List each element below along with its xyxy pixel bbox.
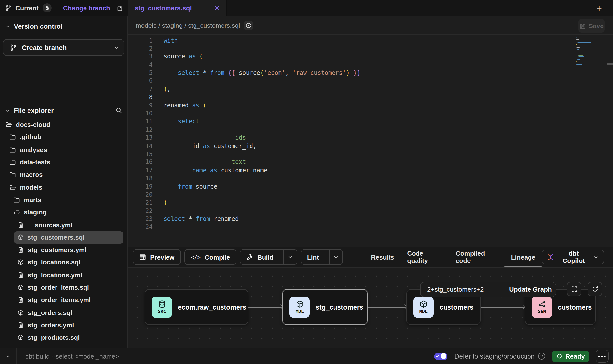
file-item-analyses[interactable]: analyses [0,143,125,156]
lineage-node-ecom.raw_customers[interactable]: SRCecom.raw_customers [145,289,248,325]
code-line-8 [164,93,361,101]
file-label: stg_orders.sql [28,309,72,316]
chevron-down-icon[interactable] [283,250,297,264]
file-label: stg_products.sql [28,334,80,341]
save-button[interactable]: Save [578,19,605,33]
panel-tab-code-quality[interactable]: Code quality [401,247,449,267]
src-badge: SRC [152,296,172,318]
create-branch-button[interactable]: Create branch [3,39,124,56]
cube-icon [419,300,427,308]
file-label: stg_customers.sql [28,234,84,241]
help-icon[interactable]: ? [538,353,545,360]
table-icon [139,254,146,260]
folder-open-icon [5,121,12,128]
update-graph-button[interactable]: Update Graph [505,282,556,297]
fullscreen-icon [571,286,578,292]
code-line-13: ---------- ids [164,134,361,142]
code-line-23: select * from renamed [164,215,361,223]
panel-tab-compiled-code[interactable]: Compiled code [449,247,505,267]
file-item-data-tests[interactable]: data-tests [0,156,125,169]
model-icon [17,309,24,316]
file-item-stg_customers.sql[interactable]: stg_customers.sql [14,231,123,244]
file-icon [17,297,24,303]
ready-label: Ready [565,352,585,360]
file-label: .github [20,133,41,141]
refresh-button[interactable] [588,282,602,296]
lint-button[interactable]: Lint [301,249,343,265]
file-item-marts[interactable]: marts [0,194,125,206]
minimap[interactable] [576,37,598,66]
code-line-3: source as ( [164,53,361,61]
file-explorer-section[interactable]: File explorer [0,106,127,114]
change-branch-link[interactable]: Change branch [63,4,110,12]
git-branch-icon [10,44,17,51]
dbt-copilot-button[interactable]: dbt Copilot [542,250,604,264]
code-line-22 [164,207,361,215]
file-item-stg_products.sql[interactable]: stg_products.sql [0,331,125,344]
search-icon[interactable] [115,107,122,114]
panel-tab-results[interactable]: Results [364,247,401,267]
folder-icon [9,159,16,165]
save-label: Save [589,22,604,29]
code-line-5: select * from {{ source('ecom', 'raw_cus… [164,69,361,77]
folder-icon [9,172,16,178]
folder-open-icon [9,184,16,190]
sidebar: Version control Create branch File explo… [0,16,128,348]
tab-stg-customers-sql[interactable]: stg_customers.sql [128,0,227,16]
lineage-node-stg_customers[interactable]: MDLstg_customers [282,289,368,325]
panel-tab-lineage[interactable]: Lineage [504,247,542,267]
code-content[interactable]: withsource as ( select * from {{ source(… [164,36,361,231]
chevron-up-icon[interactable] [0,353,16,359]
chevron-down-icon[interactable] [113,45,119,51]
node-label: stg_customers [316,303,363,311]
more-options-button[interactable]: ••• [596,350,609,363]
code-line-10 [164,109,361,118]
file-item-stg_orders.sql[interactable]: stg_orders.sql [0,306,125,319]
node-label: ecom.raw_customers [178,303,246,311]
compile-button[interactable]: </> Compile [184,249,236,265]
file-item-stg_orders.yml[interactable]: stg_orders.yml [0,319,125,332]
build-button[interactable]: Build [240,249,297,265]
folder-icon [13,197,20,203]
code-line-1: with [164,36,361,45]
chevron-down-icon[interactable] [329,250,342,264]
file-item-stg_customers.yml[interactable]: stg_customers.yml [0,244,125,256]
folder-open-icon [13,209,20,215]
file-item-models[interactable]: models [0,181,125,194]
preview-button[interactable]: Preview [133,249,181,265]
lineage-canvas[interactable]: SRCecom.raw_customersMDLstg_customersMDL… [128,268,613,348]
copy-icon[interactable] [116,4,123,11]
divider [0,104,127,104]
file-item-.github[interactable]: .github [0,131,125,144]
fullscreen-button[interactable] [567,282,581,296]
file-item-staging[interactable]: staging [0,206,125,219]
new-tab-button[interactable]: + [593,2,605,14]
chevron-down-icon [593,254,599,260]
file-item-__sources.yml[interactable]: __sources.yml [0,219,125,231]
lineage-selector-input[interactable]: 2+stg_customers+2 [421,282,505,297]
file-item-stg_locations.yml[interactable]: stg_locations.yml [0,269,125,281]
code-line-11: select [164,118,361,126]
compass-icon[interactable] [244,21,253,30]
ready-status-button[interactable]: Ready [552,350,589,362]
file-item-stg_order_items.sql[interactable]: stg_order_items.sql [0,281,125,294]
check-icon [436,353,440,359]
status-bar-right: Defer to staging/production ? Ready ••• [434,350,609,363]
file-item-stg_order_items.yml[interactable]: stg_order_items.yml [0,294,125,306]
code-line-7: ), [164,85,361,93]
chevron-down-icon [5,24,10,29]
file-icon [17,322,24,328]
file-item-docs-cloud[interactable]: docs-cloud [0,118,125,131]
breadcrumb: models / staging / stg_customers.sql [136,22,240,29]
close-icon[interactable] [214,5,220,11]
file-item-macros[interactable]: macros [0,168,125,181]
version-control-section[interactable]: Version control [0,22,127,30]
model-icon [17,259,24,266]
file-label: stg_locations.sql [28,259,80,266]
defer-toggle[interactable] [434,352,447,360]
file-item-stg_locations.sql[interactable]: stg_locations.sql [0,256,125,269]
circle-icon [557,353,562,359]
scrollbar-thumb[interactable] [607,63,613,65]
code-editor[interactable]: 123456789101112131415161718192021222324 … [128,35,613,247]
command-input[interactable]: dbt build --select <model_name> [25,352,119,360]
